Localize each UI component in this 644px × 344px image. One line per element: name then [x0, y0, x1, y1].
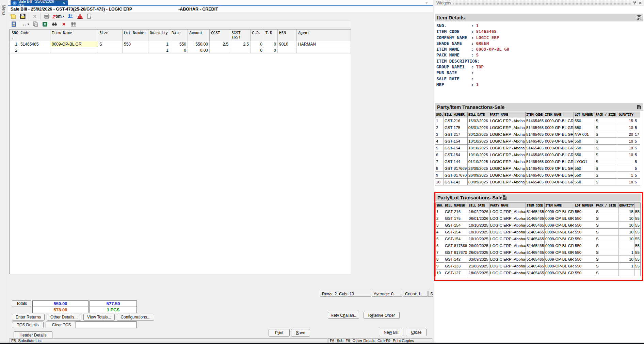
party-lot-column-header[interactable]: LOT NUMBER	[574, 203, 595, 208]
bill-grid-column-header[interactable]: CGST	[210, 30, 230, 41]
bill-grid-column-header[interactable]: SNO .	[10, 30, 19, 41]
save-button[interactable]: Save	[291, 329, 310, 337]
cell-item-name[interactable]: 0009-OP-BL GR	[50, 41, 98, 47]
cell-td[interactable]: 0	[264, 41, 278, 47]
copy-icon[interactable]	[32, 21, 39, 28]
cell-amount[interactable]: 550.00	[188, 41, 210, 47]
bill-grid-column-header[interactable]: Agent	[297, 30, 351, 41]
delete-row-icon[interactable]: ✕	[60, 21, 68, 28]
other-details-button[interactable]: Other Details...	[47, 314, 81, 321]
cell-rate[interactable]: 550	[170, 41, 188, 47]
party-item-column-header[interactable]: PACK / SIZE	[595, 112, 618, 117]
menu-strip[interactable]: Menu	[0, 0, 8, 344]
bill-grid-column-header[interactable]: Item Name	[50, 30, 98, 41]
bill-grid-column-header[interactable]: Size	[98, 30, 123, 41]
cell-size[interactable]	[98, 47, 123, 53]
cell-item-name[interactable]	[50, 47, 98, 53]
cell-agent[interactable]	[297, 47, 351, 53]
cell-quantity[interactable]: 1	[148, 47, 170, 53]
party-lot-column-header[interactable]: ITEM NAME	[545, 203, 574, 208]
widgets-drag-texture[interactable]	[453, 1, 631, 5]
cell-sno[interactable]: 1	[10, 41, 19, 47]
tab-close-icon[interactable]: ✕	[63, 1, 66, 5]
cell-lot-number[interactable]	[123, 47, 148, 53]
bill-grid-column-header[interactable]: C.D.	[251, 30, 264, 41]
bill-grid-column-header[interactable]: Lot Number	[123, 30, 148, 41]
cell-size[interactable]: S	[98, 41, 123, 47]
header-details-button[interactable]: Header Details	[14, 331, 52, 339]
cell-amount[interactable]: 0.00	[188, 47, 210, 53]
cell-sgst-igst[interactable]: 2.5	[230, 41, 251, 47]
print-icon[interactable]	[43, 13, 50, 20]
party-lot-column-header[interactable]: BILL DATE	[468, 203, 489, 208]
cell-hsn[interactable]	[278, 47, 297, 53]
cell-lot-number[interactable]: 550	[123, 41, 148, 47]
cell-sgst-igst[interactable]	[230, 47, 251, 53]
save-icon[interactable]	[19, 13, 27, 20]
cell-code[interactable]: 51465465	[19, 41, 50, 47]
party-item-column-header[interactable]: BILL DATE	[468, 112, 489, 117]
configurations-button[interactable]: Configurations...	[117, 314, 154, 321]
pin-icon[interactable]	[633, 1, 637, 5]
column-width-icon[interactable]: ↔▼	[22, 21, 30, 28]
bill-grid-column-header[interactable]: Rate	[170, 30, 188, 41]
alert-icon[interactable]	[76, 13, 84, 20]
print-config-icon[interactable]	[86, 13, 93, 20]
document-icon[interactable]	[502, 195, 507, 200]
cell-agent[interactable]: HARMAN	[297, 41, 351, 47]
cell-rate[interactable]: 0	[170, 47, 188, 53]
cell-cgst[interactable]: 2.5	[210, 41, 230, 47]
find-icon[interactable]	[51, 21, 58, 28]
party-item-column-header[interactable]	[634, 112, 640, 117]
new-bill-icon[interactable]	[10, 13, 17, 20]
party-lot-column-header[interactable]: BILL NUMBER	[444, 203, 468, 208]
cell-hsn[interactable]: 9010	[278, 41, 297, 47]
tcs-details-button[interactable]: TCS Details	[12, 322, 44, 328]
reterive-order-button[interactable]: Reterive Order	[364, 312, 400, 319]
clear-tcs-button[interactable]: Clear TCS	[46, 322, 77, 328]
party-lot-column-header[interactable]: ITEM CODE	[526, 203, 545, 208]
cell-td[interactable]: 0	[264, 47, 278, 53]
party-item-column-header[interactable]: BILL NUMBER	[444, 112, 468, 117]
party-item-column-header[interactable]: ITEM NAME	[544, 112, 574, 117]
cell-cd[interactable]: 0	[251, 47, 264, 53]
cell-quantity[interactable]: 1	[148, 41, 170, 47]
totals-button[interactable]: Totals	[12, 300, 31, 307]
bill-grid-column-header[interactable]: SGST IGST	[230, 30, 251, 41]
widgets-close-icon[interactable]: ✕	[639, 1, 642, 5]
party-icon[interactable]	[67, 13, 74, 20]
new-bill-button[interactable]: New Bill	[379, 329, 403, 336]
party-lot-column-header[interactable]: PACK / SIZE	[595, 203, 618, 208]
tab-sale-bill[interactable]: L Sale Bill - 25/02/2026 - GS... ✕	[11, 0, 68, 6]
ledger-icon[interactable]	[10, 21, 18, 28]
party-lot-column-header[interactable]: QUANTITY	[618, 203, 634, 208]
party-lot-column-header[interactable]: PARTY NAME	[489, 203, 526, 208]
retv-challan-button[interactable]: Retv Challan..	[328, 312, 359, 319]
party-item-column-header[interactable]: SNO.	[435, 112, 444, 117]
qr-code-icon[interactable]	[637, 15, 641, 20]
party-lot-column-header[interactable]	[634, 203, 641, 208]
view-totals-button[interactable]: View Totals...	[83, 314, 115, 321]
bill-grid-column-header[interactable]: Code	[19, 30, 50, 41]
print-button[interactable]: Print	[269, 329, 290, 337]
tcs-value-input[interactable]	[76, 321, 136, 328]
cell-cgst[interactable]	[210, 47, 230, 53]
cell-cd[interactable]: 0	[251, 41, 264, 47]
cell-code[interactable]	[19, 47, 50, 53]
party-item-column-header[interactable]: PARTY NAME	[489, 112, 526, 117]
party-item-column-header[interactable]: QUANTITY	[618, 112, 634, 117]
close-button[interactable]: Close	[406, 329, 427, 336]
bill-grid-column-header[interactable]: HSN	[278, 30, 297, 41]
party-lot-column-header[interactable]: SNO.	[436, 203, 444, 208]
tab-list-chevron-icon[interactable]: ▼	[425, 1, 428, 5]
bill-grid-column-header[interactable]: Amount	[188, 30, 210, 41]
document-icon[interactable]	[637, 104, 641, 110]
party-item-column-header[interactable]: ITEM CODE	[526, 112, 544, 117]
grid-icon[interactable]	[70, 21, 77, 28]
enter-returns-button[interactable]: Enter Returns	[12, 314, 45, 321]
zoom-icon[interactable]: Zom▼	[52, 13, 65, 20]
bill-grid-column-header[interactable]: T.D	[264, 30, 278, 41]
excel-export-icon[interactable]: X	[41, 21, 49, 28]
party-item-column-header[interactable]: LOT NUMBER	[574, 112, 595, 117]
cell-sno[interactable]: 2	[10, 47, 19, 53]
